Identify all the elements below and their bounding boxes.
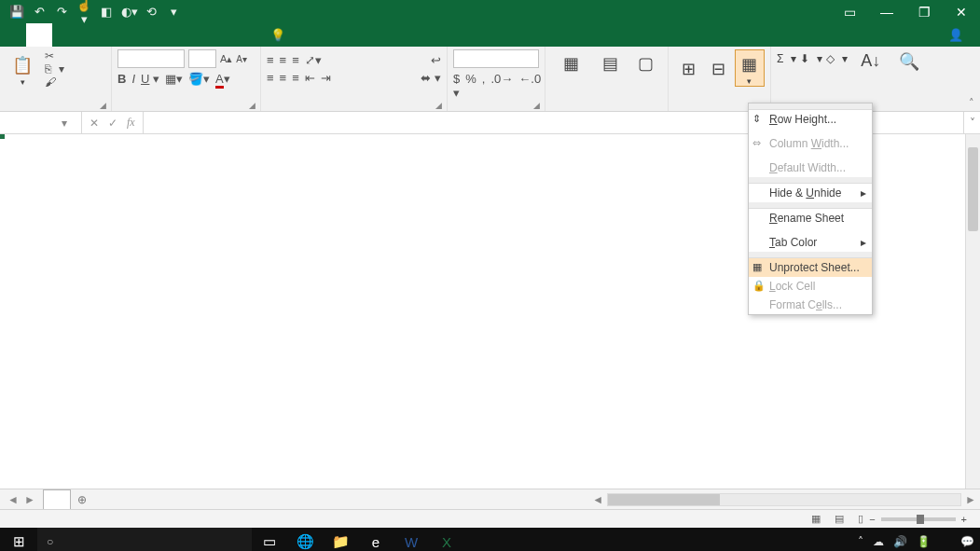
name-box[interactable]: ▾ (0, 112, 82, 133)
share-button[interactable]: 👤 (935, 23, 980, 47)
volume-icon[interactable]: 🔊 (893, 535, 907, 548)
start-button[interactable]: ⊞ (0, 533, 37, 550)
menu-tab-color[interactable]: Tab Color▸ (749, 233, 872, 252)
sheet-prev-icon[interactable]: ◄ (7, 493, 19, 506)
maximize-icon[interactable]: ❐ (905, 5, 943, 20)
sheet-tab-sheet1[interactable] (43, 489, 71, 509)
align-bottom-icon[interactable]: ≡ (292, 53, 299, 67)
fill-handle[interactable] (0, 134, 5, 139)
normal-view-icon[interactable]: ▦ (806, 513, 826, 524)
cell-styles-button[interactable]: ▢ (630, 49, 663, 76)
orientation-icon[interactable]: ⤢▾ (305, 53, 322, 67)
align-left-icon[interactable]: ≡ (267, 71, 274, 85)
zoom-in-icon[interactable]: + (961, 514, 967, 525)
page-break-view-icon[interactable]: ▯ (852, 513, 869, 524)
format-as-table-button[interactable]: ▤ (592, 49, 628, 76)
font-size-input[interactable] (188, 49, 216, 68)
tab-formulas[interactable] (131, 23, 157, 47)
sheet-nav[interactable]: ◄► (0, 489, 43, 509)
minimize-icon[interactable]: — (868, 5, 905, 20)
font-dialog-launcher[interactable]: ◢ (249, 101, 255, 110)
format-cells-button[interactable]: ▦▾ (735, 49, 765, 87)
hscroll-left-icon[interactable]: ◄ (588, 493, 607, 506)
merge-center-button[interactable]: ⬌ ▾ (421, 71, 441, 85)
tab-page-layout[interactable] (104, 23, 131, 47)
border-button[interactable]: ▦▾ (165, 72, 183, 86)
align-center-icon[interactable]: ≡ (280, 71, 287, 85)
expand-formula-bar-icon[interactable]: ˅ (963, 112, 980, 133)
battery-icon[interactable]: 🔋 (917, 535, 931, 548)
menu-row-height[interactable]: ⇕Row Height... (749, 110, 872, 129)
name-box-input[interactable] (6, 117, 62, 130)
font-color-button[interactable]: A▾ (215, 72, 230, 86)
ribbon-display-icon[interactable]: ▭ (831, 5, 868, 20)
underline-button[interactable]: U ▾ (141, 72, 159, 86)
word-icon[interactable]: W (393, 534, 429, 550)
onedrive-icon[interactable]: ☁ (873, 535, 884, 548)
tab-addins[interactable] (235, 23, 261, 47)
horizontal-scrollbar[interactable]: ◄ ► (93, 489, 980, 509)
wrap-text-button[interactable]: ↩ (431, 53, 441, 67)
notifications-icon[interactable]: 💬 (960, 535, 974, 548)
zoom-control[interactable]: − + (869, 514, 973, 525)
tell-me[interactable]: 💡 (261, 23, 300, 47)
qat-item2-icon[interactable]: ◐▾ (121, 5, 136, 19)
align-top-icon[interactable]: ≡ (267, 53, 274, 67)
paste-button[interactable]: 📋 ▾ (6, 49, 39, 89)
zoom-slider[interactable] (881, 517, 956, 521)
task-view-icon[interactable]: ▭ (252, 533, 287, 550)
decrease-indent-icon[interactable]: ⇤ (305, 71, 315, 85)
system-tray[interactable]: ˄ ☁ 🔊 🔋 💬 (858, 535, 980, 548)
menu-hide-unhide[interactable]: Hide & Unhide▸ (749, 184, 872, 202)
fill-button[interactable]: ⬇ ▾ (800, 51, 822, 66)
tab-home[interactable] (26, 23, 52, 47)
sort-filter-button[interactable]: A↓ (855, 50, 886, 77)
vertical-scrollbar[interactable] (965, 134, 980, 489)
menu-rename-sheet[interactable]: Rename Sheet (749, 209, 872, 227)
hscroll-right-icon[interactable]: ► (961, 493, 980, 506)
increase-font-icon[interactable]: A▴ (220, 53, 232, 65)
cancel-formula-icon[interactable]: ✕ (90, 117, 99, 130)
insert-function-icon[interactable]: fx (127, 116, 135, 130)
comma-format-icon[interactable]: , (482, 72, 486, 100)
file-explorer-icon[interactable]: 📁 (323, 533, 358, 550)
tab-review[interactable] (183, 23, 209, 47)
alignment-dialog-launcher[interactable]: ◢ (435, 101, 442, 110)
zoom-out-icon[interactable]: − (869, 514, 875, 525)
tab-view[interactable] (209, 23, 235, 47)
qat-customize-icon[interactable]: ▾ (166, 5, 181, 19)
tab-insert[interactable] (52, 23, 78, 47)
decrease-font-icon[interactable]: A▾ (236, 54, 247, 64)
qat-sync-icon[interactable]: ⟲ (144, 5, 159, 19)
increase-decimal-icon[interactable]: .0→ (490, 72, 513, 100)
clear-button[interactable]: ◇ ▾ (826, 51, 848, 66)
format-painter-button[interactable]: 🖌 (45, 76, 64, 89)
new-sheet-button[interactable]: ⊕ (71, 489, 93, 509)
undo-icon[interactable]: ↶ (32, 5, 47, 19)
sheet-next-icon[interactable]: ► (24, 493, 35, 506)
close-icon[interactable]: ✕ (943, 5, 980, 20)
collapse-ribbon-icon[interactable]: ˄ (969, 97, 974, 109)
italic-button[interactable]: I (131, 72, 135, 86)
edge-icon[interactable]: е (358, 534, 393, 550)
qat-item-icon[interactable]: ◧ (99, 5, 114, 19)
align-right-icon[interactable]: ≡ (292, 71, 299, 85)
name-box-dropdown-icon[interactable]: ▾ (62, 117, 67, 130)
menu-unprotect-sheet[interactable]: ▦Unprotect Sheet... (749, 258, 872, 277)
insert-cells-button[interactable]: ⊞ (674, 49, 702, 87)
number-dialog-launcher[interactable]: ◢ (533, 101, 540, 110)
page-layout-view-icon[interactable]: ▤ (829, 513, 849, 524)
increase-indent-icon[interactable]: ⇥ (321, 71, 331, 85)
align-middle-icon[interactable]: ≡ (280, 53, 287, 67)
excel-icon[interactable]: X (429, 534, 464, 550)
percent-format-icon[interactable]: % (465, 72, 476, 100)
tab-draw[interactable] (78, 23, 104, 47)
vscroll-thumb[interactable] (968, 147, 978, 231)
touch-mode-icon[interactable]: ☝▾ (76, 0, 91, 26)
hscroll-thumb[interactable] (608, 494, 720, 505)
bold-button[interactable]: B (117, 72, 126, 86)
decrease-decimal-icon[interactable]: ←.0 (518, 72, 541, 100)
save-icon[interactable]: 💾 (9, 5, 24, 19)
redo-icon[interactable]: ↷ (54, 5, 69, 19)
enter-formula-icon[interactable]: ✓ (108, 117, 117, 130)
